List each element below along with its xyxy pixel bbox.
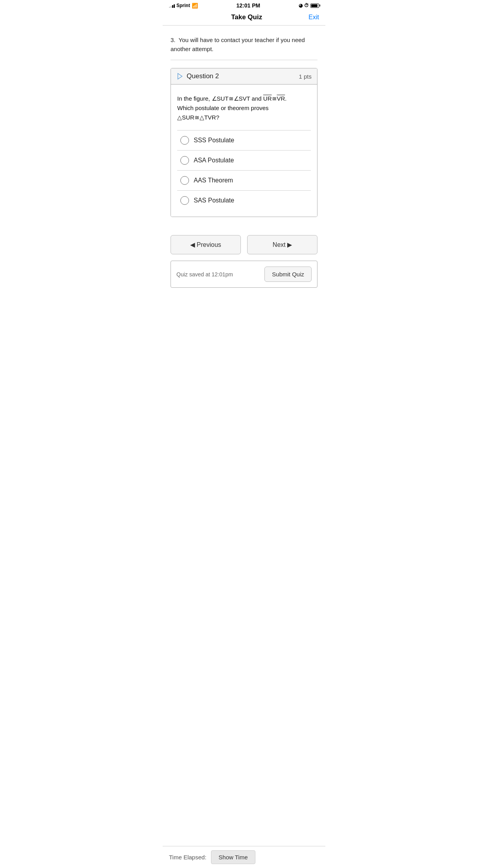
- signal-icon: [169, 3, 175, 8]
- overline-vr: VR: [277, 95, 285, 102]
- answer-option-1[interactable]: SSS Postulate: [177, 131, 311, 151]
- instruction-number: 3.: [171, 37, 176, 43]
- submit-quiz-button[interactable]: Submit Quiz: [264, 267, 312, 282]
- answer-option-3[interactable]: AAS Theorem: [177, 171, 311, 191]
- orientation-icon: ◕: [299, 3, 303, 8]
- wifi-icon: 📶: [192, 3, 198, 9]
- question-card: Question 2 1 pts In the figure, ∠SUT≅∠SV…: [171, 68, 317, 217]
- status-left: Sprint 📶: [169, 3, 198, 9]
- question-body: In the figure, ∠SUT≅∠SVT and UR≅VR. Whic…: [171, 85, 317, 217]
- svg-marker-0: [178, 74, 182, 79]
- question-points: 1 pts: [299, 73, 312, 80]
- nav-bar: Take Quiz Exit: [163, 10, 325, 26]
- nav-buttons: ◀ Previous Next ▶: [163, 231, 325, 261]
- overline-ur: UR: [263, 95, 272, 102]
- answer-label-4: SAS Postulate: [194, 197, 234, 204]
- next-button[interactable]: Next ▶: [247, 235, 317, 254]
- page-title: Take Quiz: [231, 13, 262, 21]
- radio-sas[interactable]: [180, 196, 189, 205]
- alarm-icon: ⏱: [304, 3, 309, 8]
- radio-sss[interactable]: [180, 136, 189, 145]
- status-right: ◕ ⏱: [299, 3, 319, 8]
- save-status-text: Quiz saved at 12:01pm: [176, 271, 233, 278]
- answer-label-1: SSS Postulate: [194, 137, 234, 144]
- exit-button[interactable]: Exit: [308, 14, 319, 21]
- question-line2: Which postulate or theorem proves △SUR≅△…: [177, 105, 269, 121]
- save-bar: Quiz saved at 12:01pm Submit Quiz: [171, 261, 317, 288]
- radio-aas[interactable]: [180, 176, 189, 185]
- answer-option-4[interactable]: SAS Postulate: [177, 191, 311, 210]
- flag-icon: [176, 73, 183, 80]
- question-label: Question 2: [187, 72, 219, 80]
- battery-icon: [310, 4, 319, 8]
- instruction-text: You will have to contact your teacher if…: [171, 37, 305, 52]
- carrier-label: Sprint: [176, 3, 190, 8]
- question-line1: In the figure, ∠SUT≅∠SVT and UR≅VR.: [177, 95, 287, 102]
- answer-option-2[interactable]: ASA Postulate: [177, 151, 311, 171]
- content-area: 3. You will have to contact your teacher…: [163, 26, 325, 231]
- instructions-item: 3. You will have to contact your teacher…: [171, 32, 317, 60]
- answer-label-2: ASA Postulate: [194, 157, 234, 164]
- previous-button[interactable]: ◀ Previous: [171, 235, 241, 254]
- status-time: 12:01 PM: [236, 2, 260, 9]
- status-bar: Sprint 📶 12:01 PM ◕ ⏱: [163, 0, 325, 10]
- question-text: In the figure, ∠SUT≅∠SVT and UR≅VR. Whic…: [177, 94, 311, 122]
- question-header: Question 2 1 pts: [171, 68, 317, 85]
- answer-options: SSS Postulate ASA Postulate AAS Theorem …: [177, 130, 311, 210]
- radio-asa[interactable]: [180, 156, 189, 165]
- answer-label-3: AAS Theorem: [194, 177, 233, 184]
